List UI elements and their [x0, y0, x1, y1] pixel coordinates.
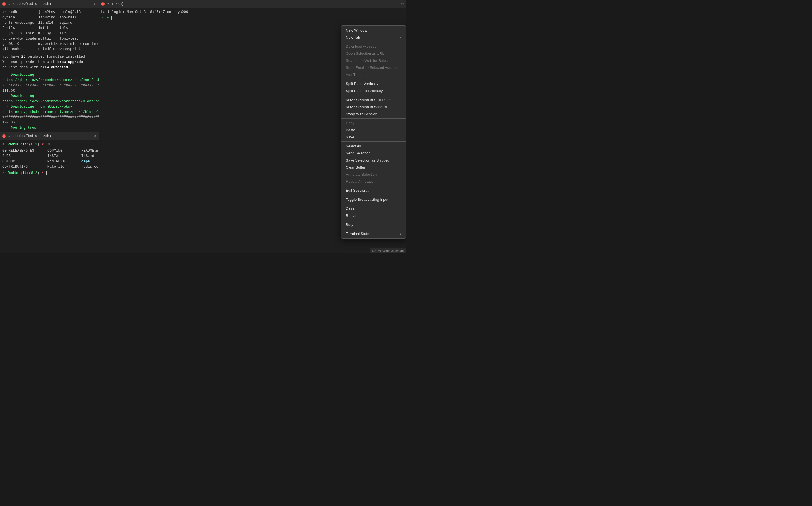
top-tab-settings-icon[interactable]: ⊙: [94, 1, 96, 6]
menu-item-open-url: Open Selection as URL: [341, 50, 406, 57]
terminal-container: …e/codes/redis (-zsh) ⊙ dronedbjson2tsvs…: [0, 0, 406, 253]
right-tab-title: ~ (-zsh): [108, 2, 124, 6]
menu-item-download-scp: Download with scp: [341, 43, 406, 50]
progress-2: ########################################…: [2, 115, 96, 125]
bottom-prompt-ls: ➜ Redis git:(6.2) ✗ ls: [2, 142, 96, 147]
right-tab-bar: ~ (-zsh) ⊙: [99, 0, 406, 8]
download-line-2: ==> Downloading https://ghcr.io/v2/homeb…: [2, 93, 96, 104]
outdated-msg: You have 25 outdated formulae installed.: [2, 54, 96, 60]
menu-item-close[interactable]: Close: [341, 205, 406, 212]
separator-7: [341, 195, 406, 195]
download-line-3: ==> Downloading from https://pkg-contain…: [2, 104, 96, 115]
top-tab-title: …e/codes/redis (-zsh): [8, 2, 51, 6]
menu-item-select-all[interactable]: Select All: [341, 143, 406, 150]
menu-item-annotate: Annotate Selection: [341, 171, 406, 178]
separator-5: [341, 142, 406, 142]
separator-8: [341, 204, 406, 204]
chevron-right-icon: ›: [400, 36, 401, 39]
menu-item-save-snippet[interactable]: Save Selection as Snippet: [341, 157, 406, 164]
menu-item-split-vertical[interactable]: Split Pane Vertically: [341, 80, 406, 87]
right-tab-close[interactable]: [101, 2, 105, 6]
menu-item-save[interactable]: Save: [341, 134, 406, 141]
chevron-right-icon: ›: [400, 29, 401, 32]
right-prompt: ➜ ~ ▌: [101, 15, 404, 21]
menu-item-swap-session[interactable]: Swap With Session...: [341, 110, 406, 117]
separator-1: [341, 42, 406, 42]
menu-item-paste[interactable]: Paste: [341, 126, 406, 134]
right-tab-settings-icon[interactable]: ⊙: [401, 1, 404, 6]
menu-item-send-email: Send Email to Selected Address: [341, 64, 406, 71]
menu-item-reveal-annotation: Reveal Annotation: [341, 178, 406, 185]
chevron-right-icon: ›: [400, 232, 401, 236]
bottom-prompt2: ➜ Redis git:(6.2) ✗ ▌: [2, 171, 96, 176]
menu-item-split-horizontal[interactable]: Split Pane Horizontally: [341, 87, 406, 94]
bottom-tab-bar: …e/codes/Redis (-zsh) ⊙: [0, 133, 99, 140]
bottom-tab-close[interactable]: [2, 135, 6, 138]
progress-1: ########################################…: [2, 83, 96, 94]
separator-6: [341, 186, 406, 186]
upgrade-line1: You can upgrade them with brew upgrade: [2, 60, 96, 65]
pouring-line: ==> Pouring tree--2.0.4.monterey.bottle.…: [2, 125, 96, 132]
separator-3: [341, 95, 406, 95]
menu-item-add-trigger: Add Trigger...: [341, 71, 406, 78]
menu-item-move-split[interactable]: Move Session to Split Pane: [341, 96, 406, 103]
menu-item-toggle-broadcast[interactable]: Toggle Broadcasting Input: [341, 196, 406, 203]
menu-item-new-window[interactable]: New Window ›: [341, 27, 406, 34]
separator-9: [341, 220, 406, 220]
separator-10: [341, 229, 406, 229]
bottom-tab-title: …e/codes/Redis (-zsh): [8, 134, 51, 138]
left-top-terminal[interactable]: dronedbjson2tsvscala@2.13 dyneinliburing…: [0, 8, 99, 132]
file-list: 00-RELEASENOTESCOPYINGREADME.mdruntestse…: [2, 148, 96, 169]
login-line: Last login: Mon Oct 3 16:45:47 on ttys00…: [101, 10, 404, 15]
menu-item-send-selection[interactable]: Send Selection: [341, 150, 406, 157]
package-list: dronedbjson2tsvscala@2.13 dyneinliburing…: [2, 10, 96, 52]
separator-2: [341, 79, 406, 79]
menu-item-restart[interactable]: Restart: [341, 212, 406, 219]
menu-item-new-tab[interactable]: New Tab ›: [341, 34, 406, 41]
top-tab-close[interactable]: [2, 2, 6, 6]
left-bottom: …e/codes/Redis (-zsh) ⊙ ➜ Redis git:(6.2…: [0, 133, 99, 253]
top-tab-bar: …e/codes/redis (-zsh) ⊙: [0, 0, 99, 8]
bottom-terminal[interactable]: ➜ Redis git:(6.2) ✗ ls 00-RELEASENOTESCO…: [0, 140, 99, 253]
status-bar: CSDN @RealJianyuan: [370, 248, 406, 253]
download-line-1: ==> Downloading https://ghcr.io/v2/homeb…: [2, 72, 96, 83]
bottom-tab-settings-icon[interactable]: ⊙: [94, 134, 96, 139]
context-menu: New Window › New Tab › Download with scp…: [341, 25, 406, 239]
menu-item-bury[interactable]: Bury: [341, 221, 406, 228]
status-text: CSDN @RealJianyuan: [372, 249, 404, 252]
left-pane: …e/codes/redis (-zsh) ⊙ dronedbjson2tsvs…: [0, 0, 99, 253]
menu-item-terminal-state[interactable]: Terminal State ›: [341, 230, 406, 237]
menu-item-clear-buffer[interactable]: Clear Buffer: [341, 164, 406, 171]
menu-item-copy: Copy: [341, 119, 406, 126]
menu-item-move-window[interactable]: Move Session to Window: [341, 103, 406, 110]
menu-item-search-web: Search the Web for Selection: [341, 57, 406, 64]
upgrade-line2: or list them with brew outdated.: [2, 65, 96, 70]
menu-item-edit-session[interactable]: Edit Session...: [341, 187, 406, 194]
